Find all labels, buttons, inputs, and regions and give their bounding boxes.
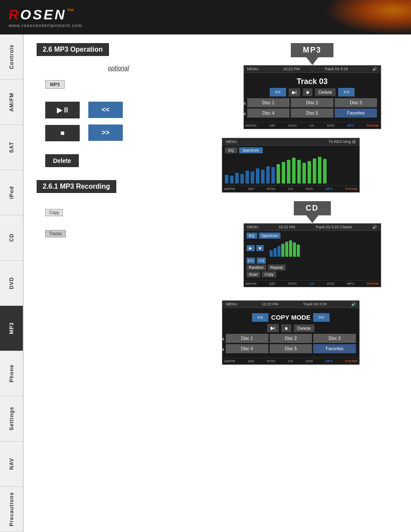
eq-bar-4 — [240, 174, 244, 184]
sidebar-item-mp3[interactable]: MP3 — [0, 306, 23, 351]
eq-nav-dvd[interactable]: DVD — [305, 187, 313, 191]
eq-bar-10 — [271, 167, 275, 184]
cd-nav-ipod[interactable]: IPOD — [288, 282, 297, 286]
copy-disc-5-btn[interactable]: Disc 5 — [270, 344, 312, 353]
disc-4-btn[interactable]: Disc 4 — [247, 109, 290, 118]
copy-nav-amfm[interactable]: AM/FM — [224, 359, 235, 363]
favorites-btn[interactable]: Favorites — [335, 109, 377, 118]
cd-screen: MENU 10:22 PM Track 03 3:25 Classic 🔊 EQ… — [243, 223, 381, 287]
next-button[interactable]: >> — [88, 124, 123, 141]
eq-tab[interactable]: EQ — [225, 147, 237, 153]
spectrum-tab[interactable]: Spectrum — [239, 147, 263, 153]
cd-stop-btn[interactable]: ■ — [256, 245, 264, 251]
cd-play-btn[interactable]: ▶ — [246, 245, 255, 251]
cd-eq-tab[interactable]: EQ — [246, 233, 257, 239]
cd-eq-bar-1 — [270, 250, 273, 257]
mp3-stop-btn[interactable]: ■ — [303, 88, 313, 96]
play-pause-button[interactable]: ▶ II — [45, 102, 80, 118]
copy-disc-4-btn[interactable]: Disc 4 — [226, 344, 268, 353]
mp3-play-btn[interactable]: ▶| — [289, 88, 300, 96]
main-content: 2.6 MP3 Operation optional MP3 ▶ II ■ << — [24, 34, 411, 532]
mp3-prev-btn[interactable]: << — [270, 88, 286, 96]
cd-tabs-row: EQ Spectrum — [246, 233, 378, 239]
copy-disc-1-btn[interactable]: Disc 1 — [226, 334, 268, 343]
sidebar-item-controls[interactable]: Controls — [0, 34, 23, 80]
eq-nav-amfm[interactable]: AM/FM — [224, 187, 235, 191]
copy-disc-3-btn[interactable]: Disc 3 — [313, 334, 356, 343]
sidebar-item-amfm[interactable]: AM/FM — [0, 80, 23, 125]
cd-copy-btn[interactable]: Copy — [262, 271, 276, 277]
cd-spectrum-tab[interactable]: Spectrum — [259, 233, 281, 239]
disc-5-btn[interactable]: Disc 5 — [291, 109, 333, 118]
sidebar-item-dvd[interactable]: DVD — [0, 261, 23, 306]
disc-2-btn[interactable]: Disc 2 — [291, 98, 333, 107]
copy-nav-dvd[interactable]: DVD — [305, 359, 313, 363]
eq-nav-ipod[interactable]: IPOD — [267, 187, 276, 191]
cd-nav-mp3[interactable]: MP3 — [347, 282, 354, 286]
sidebar-item-nav[interactable]: NAV — [0, 442, 23, 487]
cd-nav-cd[interactable]: CD — [309, 282, 314, 286]
nav-dvd[interactable]: DVD — [327, 124, 334, 128]
cd-random-btn[interactable]: Random — [246, 264, 266, 271]
cd-menu-label: MENU — [247, 225, 259, 229]
sidebar-item-phone[interactable]: Phone — [0, 351, 23, 396]
tracks-button-area: Tracks — [37, 229, 200, 237]
copy-button[interactable]: Copy — [45, 209, 63, 216]
cd-prev-btn[interactable]: |<< — [246, 258, 255, 264]
cd-top-bar: MENU 10:22 PM Track 03 3:25 Classic 🔊 — [244, 224, 381, 231]
nav-sat[interactable]: SAT — [269, 124, 276, 128]
eq-nav-sat[interactable]: SAT — [248, 187, 254, 191]
cd-nav-sat[interactable]: SAT — [269, 282, 276, 286]
copy-prev-btn[interactable]: << — [252, 313, 268, 322]
sidebar-item-precautions[interactable]: Precautions — [0, 487, 23, 532]
mp3-button[interactable]: MP3 — [45, 80, 65, 89]
copy-disc-2-btn[interactable]: Disc 2 — [270, 334, 312, 343]
copy-next-btn[interactable]: >> — [313, 313, 330, 322]
copy-nav-sat[interactable]: SAT — [248, 359, 254, 363]
sidebar-item-settings[interactable]: Settings — [0, 396, 23, 442]
copy-screen-body: << COPY MODE >> ▶| ■ Delete Disc 1 Disc … — [222, 308, 359, 358]
nav-cd[interactable]: CD — [309, 124, 314, 128]
eq-nav-cd[interactable]: CD — [288, 187, 293, 191]
copy-stop-btn[interactable]: ■ — [281, 324, 291, 332]
nav-phone[interactable]: PHONE — [367, 124, 379, 128]
mp3-next-btn[interactable]: >> — [338, 88, 355, 96]
copy-delete-btn[interactable]: Delete — [294, 324, 314, 332]
copy-nav-cd[interactable]: CD — [288, 359, 293, 363]
copy-nav-phone[interactable]: PHONE — [345, 359, 357, 363]
nav-amfm[interactable]: AM/FM — [246, 124, 257, 128]
sidebar-item-label: Phone — [9, 364, 15, 383]
nav-mp3[interactable]: MP3 — [347, 124, 354, 128]
sidebar-item-label: iPod — [9, 186, 15, 199]
cd-scan-btn[interactable]: Scan — [246, 271, 261, 277]
eq-nav-phone[interactable]: PHONE — [345, 187, 357, 191]
cd-nav-dvd[interactable]: DVD — [327, 282, 334, 286]
cd-next-btn[interactable]: >>| — [257, 258, 266, 264]
eq-bar-9 — [266, 166, 270, 184]
right-panel: MP3 MENU 10:22 PM Track 03 3:29 🔊 Track … — [213, 34, 411, 532]
copy-mode-title: COPY MODE — [271, 314, 310, 321]
delete-button[interactable]: Delete — [45, 154, 79, 167]
mp3-delete-btn[interactable]: Delete — [315, 88, 336, 96]
copy-nav-mp3[interactable]: MP3 — [326, 359, 333, 363]
copy-nav-ipod[interactable]: IPOD — [267, 359, 276, 363]
cd-nav-amfm[interactable]: AM/FM — [246, 282, 257, 286]
nav-ipod[interactable]: IPOD — [288, 124, 297, 128]
eq-nav-mp3[interactable]: MP3 — [326, 187, 333, 191]
sidebar-item-ipod[interactable]: iPod — [0, 170, 23, 215]
prev-button[interactable]: << — [88, 102, 123, 118]
logo-area: ROSEN™ www.rosenentertainment.com — [9, 7, 82, 28]
disc-3-btn[interactable]: Disc 3 — [335, 98, 377, 107]
stop-button[interactable]: ■ — [45, 125, 80, 141]
sidebar-item-sat[interactable]: SAT — [0, 125, 23, 170]
cd-repeat-btn[interactable]: Repeat — [268, 264, 286, 271]
eq-bar-11 — [277, 164, 280, 184]
copy-favorites-btn[interactable]: Favorites — [313, 344, 356, 353]
sidebar-item-cd[interactable]: CD — [0, 215, 23, 261]
sidebar-item-label: NAV — [9, 458, 15, 470]
copy-play-btn[interactable]: ▶| — [267, 324, 279, 332]
disc-1-btn[interactable]: Disc 1 — [247, 98, 290, 107]
mp3-nav-bar: AM/FM SAT IPOD CD DVD MP3 PHONE — [244, 122, 381, 129]
cd-nav-phone[interactable]: PHONE — [367, 282, 379, 286]
tracks-button[interactable]: Tracks — [45, 230, 66, 237]
